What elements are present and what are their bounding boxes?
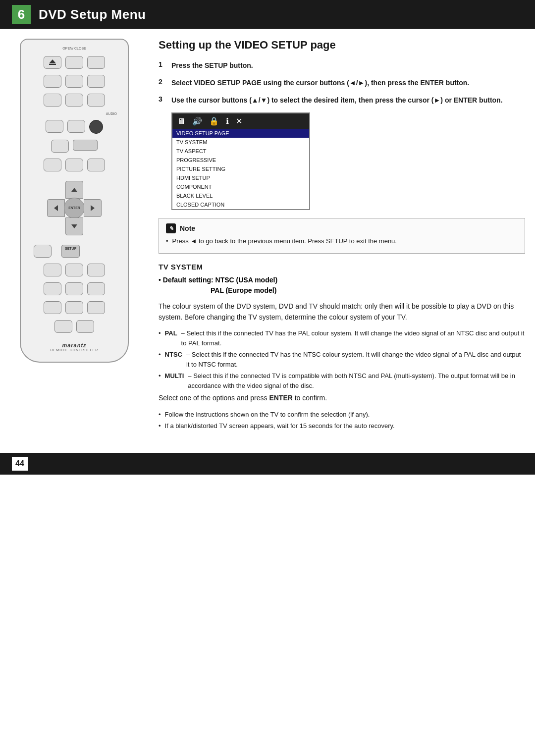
- tv-bullet-ntsc: NTSC – Select this if the connected TV h…: [159, 350, 525, 369]
- arrow-up-icon: [71, 188, 77, 192]
- menu-icon-speaker: 🔊: [192, 116, 202, 126]
- remote-row-6: [44, 159, 105, 171]
- btn-r11-2[interactable]: [76, 320, 94, 333]
- left-column: OPEN/ CLOSE: [10, 39, 139, 433]
- arrow-right-icon: [91, 205, 95, 211]
- btn-r8-2[interactable]: [65, 264, 83, 276]
- brand-sub: REMOTE CONTROLLER: [30, 348, 119, 352]
- remote-row-3: [44, 94, 105, 107]
- tv-system-bullet-list: PAL – Select this if the connected TV ha…: [159, 328, 525, 390]
- note-bullet-1: Press ◄ to go back to the previous menu …: [166, 236, 518, 246]
- dpad: ENTER: [47, 181, 102, 235]
- remote-row-7: SETUP: [30, 245, 119, 258]
- follow-bullet-2: If a blank/distorted TV screen appears, …: [159, 421, 525, 431]
- brand-name: marantz: [30, 342, 119, 348]
- btn-r10-2[interactable]: [65, 301, 83, 314]
- note-title: Note: [180, 224, 195, 232]
- note-header: ✎ Note: [166, 223, 518, 233]
- remote-row-5: [51, 140, 98, 153]
- btn-r4-2[interactable]: [67, 120, 85, 133]
- page-title: Setting up the VIDEO SETUP page: [159, 39, 525, 52]
- btn-r11-1[interactable]: [54, 320, 72, 333]
- remote-control: OPEN/ CLOSE: [20, 39, 129, 363]
- dpad-right-button[interactable]: [84, 199, 102, 217]
- confirm-text: Select one of the options and press ENTE…: [159, 392, 525, 403]
- step-1: 1 Press the SETUP button.: [159, 60, 525, 71]
- btn-r8-3[interactable]: [87, 264, 105, 276]
- setup-button[interactable]: SETUP: [61, 245, 80, 258]
- chapter-number: 6: [12, 5, 31, 24]
- remote-row-1: [44, 56, 105, 69]
- dpad-up-button[interactable]: [65, 181, 83, 199]
- btn-r10-1[interactable]: [44, 301, 61, 314]
- btn-top-3[interactable]: [87, 56, 105, 69]
- follow-bullet-1: Follow the instructions shown on the TV …: [159, 410, 525, 420]
- step-text-3: Use the cursor buttons (▲/▼) to select t…: [171, 95, 503, 106]
- menu-item-hdmi-setup: HDMI SETUP: [172, 173, 309, 182]
- btn-r9-1[interactable]: [44, 282, 61, 295]
- menu-item-video-setup: VIDEO SETUP PAGE: [172, 129, 309, 138]
- page-number: 44: [12, 457, 28, 471]
- menu-icons-row: 🖥 🔊 🔒 ℹ ✕: [172, 113, 309, 129]
- btn-r3-1[interactable]: [44, 94, 61, 107]
- remote-row-4: [46, 120, 103, 134]
- menu-icon-close: ✕: [236, 116, 242, 126]
- btn-r8-1[interactable]: [44, 264, 61, 276]
- btn-r2-2[interactable]: [65, 75, 83, 88]
- btn-r9-3[interactable]: [87, 282, 105, 295]
- btn-r6-1[interactable]: [44, 159, 61, 171]
- follow-bullets: Follow the instructions shown on the TV …: [159, 410, 525, 431]
- arrow-down-icon: [71, 224, 77, 228]
- btn-r3-3[interactable]: [87, 94, 105, 107]
- note-icon: ✎: [166, 223, 176, 233]
- step-number-1: 1: [159, 60, 166, 71]
- menu-item-tv-system: TV SYSTEM: [172, 138, 309, 147]
- btn-below-left[interactable]: [34, 245, 52, 258]
- tv-system-intro: The colour system of the DVD system, DVD…: [159, 301, 525, 323]
- eject-button[interactable]: [44, 56, 61, 69]
- dpad-down-button[interactable]: [65, 217, 83, 235]
- tv-bullet-pal: PAL – Select this if the connected TV ha…: [159, 328, 525, 348]
- menu-item-tv-aspect: TV ASPECT: [172, 147, 309, 156]
- btn-r2-1[interactable]: [44, 75, 61, 88]
- main-content: OPEN/ CLOSE: [0, 39, 535, 433]
- step-number-2: 2: [159, 78, 166, 88]
- btn-r3-2[interactable]: [65, 94, 83, 107]
- arrow-left-icon: [54, 205, 58, 211]
- btn-wide[interactable]: [73, 140, 98, 151]
- dpad-left-button[interactable]: [47, 199, 65, 217]
- default-setting: • Default setting: NTSC (USA model) PAL …: [159, 275, 525, 296]
- brand-logo: marantz REMOTE CONTROLLER: [30, 342, 119, 352]
- enter-button[interactable]: ENTER: [64, 198, 85, 218]
- remote-row-8: [44, 264, 105, 276]
- right-column: Setting up the VIDEO SETUP page 1 Press …: [154, 39, 525, 433]
- tv-bullet-multi: MULTI – Select this if the connected TV …: [159, 371, 525, 390]
- remote-row-2: [44, 75, 105, 88]
- step-2: 2 Select VIDEO SETUP PAGE using the curs…: [159, 78, 525, 88]
- menu-item-component: COMPONENT: [172, 182, 309, 191]
- open-close-label: OPEN/ CLOSE: [62, 47, 86, 51]
- menu-icon-monitor: 🖥: [177, 117, 185, 126]
- btn-r4-3[interactable]: [89, 120, 103, 134]
- btn-r4-1[interactable]: [46, 120, 63, 133]
- remote-row-11: [54, 320, 94, 333]
- btn-r10-3[interactable]: [87, 301, 105, 314]
- menu-item-progressive: PROGRESSIVE: [172, 156, 309, 164]
- step-number-3: 3: [159, 95, 166, 106]
- btn-top-2[interactable]: [65, 56, 83, 69]
- btn-r6-2[interactable]: [65, 159, 83, 171]
- step-3: 3 Use the cursor buttons (▲/▼) to select…: [159, 95, 525, 106]
- page-number-bar: 44: [0, 453, 535, 475]
- note-list: Press ◄ to go back to the previous menu …: [166, 236, 518, 246]
- btn-r5-1[interactable]: [51, 140, 69, 153]
- chapter-title: DVD Setup Menu: [39, 7, 146, 22]
- audio-label: AUDIO: [30, 112, 119, 115]
- btn-r2-3[interactable]: [87, 75, 105, 88]
- step-text-1: Press the SETUP button.: [171, 60, 253, 71]
- tv-system-heading: TV SYSTEM: [159, 263, 525, 271]
- btn-r6-3[interactable]: [87, 159, 105, 171]
- menu-icon-info: ℹ: [226, 116, 229, 126]
- menu-item-picture-setting: PICTURE SETTING: [172, 164, 309, 173]
- remote-row-9: [44, 282, 105, 295]
- btn-r9-2[interactable]: [65, 282, 83, 295]
